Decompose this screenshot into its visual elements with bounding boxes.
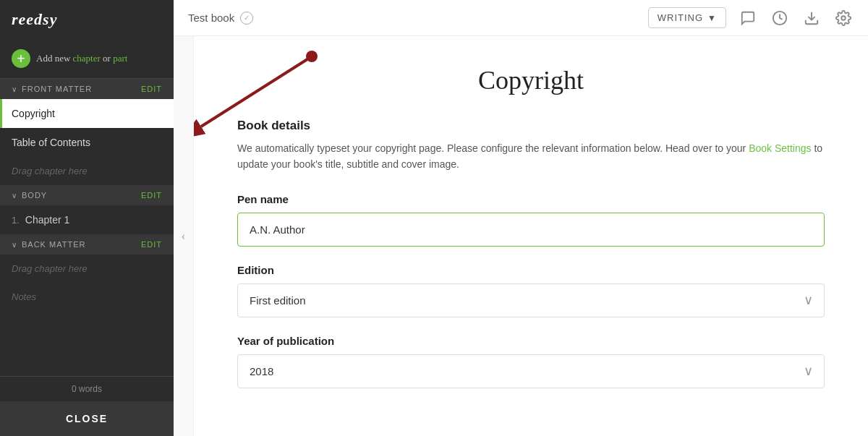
check-icon: ✓: [240, 12, 253, 25]
book-title: Test book: [188, 12, 234, 24]
sidebar-item-copyright[interactable]: Copyright: [0, 99, 174, 128]
front-matter-edit[interactable]: EDIT: [141, 85, 162, 93]
edition-label: Edition: [237, 264, 825, 276]
add-label: Add new chapter or part: [36, 53, 127, 64]
main-area: Test book ✓ WRITING ▼ ‹: [174, 0, 868, 436]
front-matter-header: ∨ FRONT MATTER EDIT: [0, 79, 174, 99]
edition-select[interactable]: First edition Second edition Third editi…: [237, 283, 825, 317]
sidebar-item-toc[interactable]: Table of Contents: [0, 128, 174, 157]
chevron-icon: ∨: [12, 85, 17, 93]
left-chevron-icon: ‹: [182, 230, 185, 243]
topbar-right: WRITING ▼: [648, 7, 854, 28]
back-chevron-icon: ∨: [12, 241, 17, 249]
collapse-sidebar-button[interactable]: ‹: [174, 36, 194, 436]
pen-name-label: Pen name: [237, 193, 825, 205]
section-desc: We automatically typeset your copyright …: [237, 140, 825, 173]
body-edit[interactable]: EDIT: [141, 191, 162, 200]
sidebar-notes: Notes: [0, 283, 174, 311]
settings-icon[interactable]: [833, 8, 854, 28]
edition-select-wrapper: First edition Second edition Third editi…: [237, 283, 825, 317]
clock-icon[interactable]: [770, 8, 790, 28]
body-header: ∨ BODY EDIT: [0, 185, 174, 205]
sidebar-item-chapter1[interactable]: 1. Chapter 1: [0, 205, 174, 234]
back-matter-label: BACK MATTER: [22, 240, 85, 249]
year-select-wrapper: 2015 2016 2017 2018 2019 2020 ∨: [237, 354, 825, 388]
chat-icon[interactable]: [738, 8, 758, 28]
sidebar-drag-back: Drag chapter here: [0, 255, 174, 283]
close-button[interactable]: CLOSE: [0, 401, 174, 436]
year-label: Year of publication: [237, 335, 825, 347]
page-content: Copyright Book details We automatically …: [194, 36, 868, 436]
section-title: Book details: [237, 119, 825, 133]
body-chevron-icon: ∨: [12, 192, 17, 200]
svg-point-5: [306, 51, 318, 62]
word-count: 0 words: [0, 376, 174, 401]
plus-icon: +: [12, 49, 30, 68]
download-icon[interactable]: [801, 8, 822, 28]
sidebar-drag-front: Drag chapter here: [0, 157, 174, 185]
logo: reedsy: [0, 0, 174, 39]
topbar-left: Test book ✓: [188, 12, 253, 25]
book-settings-link[interactable]: Book Settings: [749, 142, 811, 154]
back-matter-header: ∨ BACK MATTER EDIT: [0, 234, 174, 255]
dropdown-chevron-icon: ▼: [707, 13, 717, 23]
back-matter-edit[interactable]: EDIT: [141, 240, 162, 249]
svg-point-2: [841, 16, 846, 20]
page-title: Copyright: [237, 65, 825, 95]
add-chapter-button[interactable]: + Add new chapter or part: [0, 39, 174, 79]
year-select[interactable]: 2015 2016 2017 2018 2019 2020: [237, 354, 825, 388]
writing-dropdown[interactable]: WRITING ▼: [648, 7, 726, 28]
body-label: BODY: [22, 191, 47, 200]
topbar: Test book ✓ WRITING ▼: [174, 0, 868, 36]
sidebar: reedsy + Add new chapter or part ∨ FRONT…: [0, 0, 174, 436]
content-area: ‹ Copyright Book details We automaticall…: [174, 36, 868, 436]
front-matter-label: FRONT MATTER: [22, 85, 92, 93]
pen-name-input[interactable]: [237, 213, 825, 247]
